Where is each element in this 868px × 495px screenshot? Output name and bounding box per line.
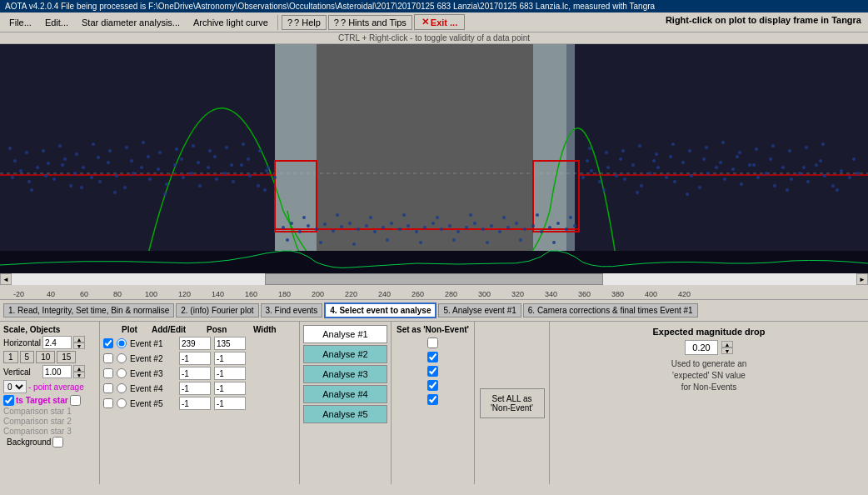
menu-archive[interactable]: Archive light curve: [187, 15, 274, 30]
event3-posn[interactable]: [179, 367, 211, 380]
background-row: Background: [3, 437, 96, 448]
svg-point-56: [230, 163, 233, 167]
target-star-cb2[interactable]: [70, 395, 81, 406]
non-event-cb-3: [395, 366, 471, 377]
non-event-cb-event3[interactable]: [427, 366, 438, 377]
workflow-step-5[interactable]: 5. Analyse event #1: [438, 303, 521, 318]
event4-label: Event #4: [130, 384, 176, 393]
event-row-3: Event #3: [103, 367, 296, 380]
event-row-4: Event #4: [103, 382, 296, 395]
svg-point-154: [781, 166, 785, 169]
svg-point-106: [531, 224, 535, 228]
analyse-btn-5[interactable]: Analyse #5: [303, 405, 387, 423]
event3-plot-cb[interactable]: [103, 368, 113, 378]
scroll-thumb[interactable]: [265, 273, 603, 285]
non-event-cb-event4[interactable]: [427, 380, 438, 391]
event2-plot-cb[interactable]: [103, 353, 113, 363]
main-chart[interactable]: [0, 44, 868, 273]
event5-width[interactable]: [214, 397, 246, 410]
right-arrow-icon: ►: [859, 276, 866, 283]
event4-width[interactable]: [214, 382, 246, 395]
scrollbar[interactable]: ◄ ►: [0, 273, 868, 285]
magnitude-down[interactable]: ▼: [721, 348, 733, 354]
svg-point-72: [208, 149, 212, 152]
menu-hints[interactable]: ? ? Hints and Tips: [328, 15, 412, 30]
svg-point-86: [365, 224, 368, 228]
svg-point-53: [180, 158, 183, 161]
svg-point-175: [769, 158, 772, 161]
target-star-label: ts Target star: [16, 396, 68, 405]
workflow-step-3[interactable]: 3. Find events: [261, 303, 323, 318]
non-event-cb-4: [395, 380, 471, 391]
event5-posn[interactable]: [179, 397, 211, 410]
event4-posn[interactable]: [179, 382, 211, 395]
workflow-step-2[interactable]: 2. (info) Fourier plot: [176, 303, 258, 318]
vertical-down[interactable]: ▼: [73, 372, 85, 378]
svg-text:400: 400: [645, 290, 657, 298]
event5-plot-cb[interactable]: [103, 398, 113, 408]
event3-width[interactable]: [214, 367, 246, 380]
svg-text:80: 80: [113, 290, 122, 298]
svg-point-37: [232, 180, 235, 183]
analyse-btn-3[interactable]: Analyse #3: [303, 365, 387, 383]
menu-exit[interactable]: ✕ Exit ...: [414, 14, 465, 30]
event1-label: Event #1: [130, 339, 176, 348]
scale-btn-15[interactable]: 15: [57, 351, 76, 363]
scale-btn-1[interactable]: 1: [3, 351, 18, 363]
svg-point-122: [452, 238, 456, 242]
menu-help[interactable]: ? ? Help: [282, 15, 327, 30]
background-checkbox[interactable]: [52, 437, 63, 448]
non-event-cb-event1[interactable]: [427, 338, 438, 348]
event-row-1: Event #1: [103, 337, 296, 350]
svg-point-117: [369, 216, 372, 219]
analyse-btn-4[interactable]: Analyse #4: [303, 385, 387, 403]
menu-edit[interactable]: Edit...: [39, 15, 74, 30]
set-all-button[interactable]: Set ALL as'Non-Event': [480, 388, 545, 418]
svg-point-132: [598, 180, 601, 183]
event4-plot-cb[interactable]: [103, 383, 113, 393]
event4-radio[interactable]: [117, 383, 127, 393]
scroll-left-arrow[interactable]: ◄: [0, 273, 12, 285]
magnitude-up[interactable]: ▲: [721, 341, 733, 348]
workflow-step-1[interactable]: 1. Read, Integrity, Set time, Bin & norm…: [3, 303, 174, 318]
event1-plot-cb[interactable]: [103, 338, 113, 348]
event2-posn[interactable]: [179, 352, 211, 365]
workflow-step-6[interactable]: 6. Camera corrections & final times Even…: [523, 303, 698, 318]
non-event-cb-event2[interactable]: [427, 352, 438, 362]
event5-radio[interactable]: [117, 398, 127, 408]
magnitude-input[interactable]: [685, 340, 718, 355]
scale-btn-5[interactable]: 5: [20, 351, 35, 363]
scale-btn-10[interactable]: 10: [36, 351, 55, 363]
menu-star-diameter[interactable]: Star diameter analysis...: [76, 15, 186, 30]
svg-point-172: [719, 161, 722, 164]
event3-radio[interactable]: [117, 368, 127, 378]
event2-width[interactable]: [214, 352, 246, 365]
horizontal-up[interactable]: ▲: [73, 336, 85, 342]
menu-file[interactable]: File...: [3, 15, 37, 30]
title-text: AOTA v4.2.0.4 File being processed is F:…: [5, 2, 655, 11]
workflow-step-4[interactable]: 4. Select event to analyse: [324, 302, 436, 318]
scroll-track[interactable]: [12, 273, 856, 285]
svg-point-143: [690, 174, 693, 178]
posn-header: Posn: [207, 325, 248, 334]
svg-text:40: 40: [47, 290, 55, 298]
event1-width[interactable]: [214, 337, 246, 350]
svg-point-135: [623, 178, 626, 181]
svg-point-190: [738, 151, 741, 154]
svg-point-26: [140, 166, 143, 169]
event1-posn[interactable]: [179, 337, 211, 350]
horizontal-down[interactable]: ▼: [73, 342, 85, 349]
horizontal-input[interactable]: [42, 336, 72, 349]
scroll-right-arrow[interactable]: ►: [856, 273, 868, 285]
event1-radio[interactable]: [117, 338, 127, 348]
target-star-checkbox[interactable]: [3, 395, 14, 406]
analyse-btn-2[interactable]: Analyse #2: [303, 345, 387, 363]
event2-radio[interactable]: [117, 353, 127, 363]
svg-point-162: [848, 176, 851, 179]
point-average-select[interactable]: 0123: [3, 380, 27, 393]
non-event-cb-event5[interactable]: [427, 394, 438, 405]
vertical-up[interactable]: ▲: [73, 365, 85, 372]
vertical-input[interactable]: [42, 365, 72, 378]
analyse-btn-1[interactable]: Analyse #1: [303, 325, 387, 343]
svg-point-176: [786, 188, 789, 192]
